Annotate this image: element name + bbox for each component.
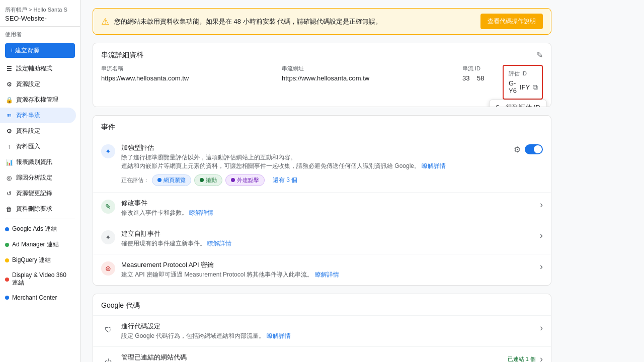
custom-events-item[interactable]: ✦ 建立自訂事件 確使用現有的事件建立新事件。 瞭解詳情 › bbox=[93, 223, 551, 254]
modify-learn-more-link[interactable]: 瞭解詳情 bbox=[189, 209, 213, 216]
chip-dot-green bbox=[200, 178, 204, 182]
warning-icon: ⚠ bbox=[101, 16, 109, 27]
sidebar-item-label: 資源存取權管理 bbox=[16, 96, 58, 104]
sidebar-item-label: 資源變更記錄 bbox=[16, 189, 52, 198]
stream-details-grid: 串流名稱 https://www.hellosanta.com.tw 串流網址 … bbox=[93, 65, 551, 107]
stream-url-value: https://www.hellosanta.com.tw bbox=[282, 74, 452, 82]
sidebar-item-data-stream[interactable]: ≋ 資料串流 bbox=[0, 108, 76, 123]
modify-events-item[interactable]: ✎ 修改事件 修改進入事件卡和參數。 瞭解詳情 › bbox=[93, 192, 551, 223]
tag-label: 正在評估： bbox=[121, 176, 149, 184]
sidebar-divider bbox=[5, 219, 75, 219]
custom-events-icon: ✦ bbox=[101, 230, 115, 244]
sidebar-item-merchant-center[interactable]: Merchant Center bbox=[0, 291, 76, 305]
chip-page-view[interactable]: 網頁瀏覽 bbox=[152, 174, 191, 186]
sidebar-item-label: 設定輔助程式 bbox=[16, 64, 52, 73]
manage-tag-title: 管理已連結的網站代碼 bbox=[121, 353, 502, 362]
sidebar-item-bigquery[interactable]: BigQuery 連結 bbox=[0, 252, 76, 268]
upload-icon: ↑ bbox=[5, 143, 13, 151]
manage-tag-action: 已連結 1 個 › bbox=[508, 354, 543, 362]
edit-icon[interactable]: ✎ bbox=[536, 50, 543, 60]
lock-icon: 🔒 bbox=[5, 96, 13, 104]
sidebar-item-access[interactable]: 🔒 資源存取權管理 bbox=[0, 92, 76, 108]
stream-name-value: https://www.hellosanta.com.tw bbox=[101, 74, 272, 82]
sidebar-item-label: 資料串流 bbox=[16, 111, 40, 120]
delete-icon: 🗑 bbox=[5, 205, 13, 213]
sidebar-item-google-ads[interactable]: Google Ads 連結 bbox=[0, 221, 76, 237]
measurement-id-tooltip: 6、得到評估 ID bbox=[489, 100, 547, 107]
measurement-protocol-icon: ⊛ bbox=[101, 261, 115, 276]
chip-outbound[interactable]: 外連點擊 bbox=[225, 174, 265, 186]
sidebar-item-label: Ad Manager 連結 bbox=[12, 240, 59, 249]
breadcrumb: 所有帳戶 > Hello Santa S bbox=[5, 6, 75, 14]
dot-red-icon bbox=[5, 278, 9, 282]
measurement-id-value: G-Y6 IFY ⧉ bbox=[509, 79, 537, 95]
chevron-right-icon3: › bbox=[540, 261, 543, 272]
chip-more[interactable]: 還有 3 個 bbox=[268, 174, 302, 186]
measurement-protocol-item[interactable]: ⊛ Measurement Protocol API 密鑰 建立 API 密鑰即… bbox=[93, 254, 551, 285]
view-code-instructions-button[interactable]: 查看代碼操作說明 bbox=[480, 14, 543, 29]
custom-learn-more-link[interactable]: 瞭解詳情 bbox=[207, 240, 231, 247]
enhanced-measurement-toggle[interactable] bbox=[525, 144, 543, 154]
sidebar-item-delete-request[interactable]: 🗑 資料刪除要求 bbox=[0, 201, 76, 217]
sidebar-item-label: 資料匯入 bbox=[16, 142, 40, 151]
modify-events-icon: ✎ bbox=[101, 200, 115, 214]
sidebar-item-label: 歸因分析設定 bbox=[16, 173, 52, 182]
sidebar-item-report-id[interactable]: 📊 報表識別資訊 bbox=[0, 154, 76, 170]
setup-tag-learn-more[interactable]: 瞭解詳情 bbox=[267, 332, 291, 339]
dot-green-icon bbox=[5, 243, 9, 247]
setup-tag-title: 進行代碼設定 bbox=[121, 322, 534, 331]
sidebar-item-label: Merchant Center bbox=[12, 294, 57, 301]
dot-yellow-icon bbox=[5, 258, 9, 262]
copy-icon[interactable]: ⧉ bbox=[533, 83, 538, 92]
sidebar-item-data-import[interactable]: ↑ 資料匯入 bbox=[0, 139, 76, 154]
stream-id-label: 串流 ID bbox=[462, 65, 493, 72]
user-section-label: 使用者 bbox=[0, 27, 80, 40]
enhanced-measurement-item[interactable]: ✦ 加強型評估 除了進行標準瀏覽量評估以外，這項動評估網站上的互動和內容。 連結… bbox=[93, 137, 551, 192]
stream-name-label: 串流名稱 bbox=[101, 65, 272, 72]
sidebar-item-setup[interactable]: ☰ 設定輔助程式 bbox=[0, 61, 76, 76]
stream-details-card: 串流詳細資料 ✎ 串流名稱 https://www.hellosanta.com… bbox=[93, 43, 551, 107]
setup-tag-icon: 🛡 bbox=[101, 323, 115, 337]
custom-events-desc: 確使用現有的事件建立新事件。 瞭解詳情 bbox=[121, 239, 534, 248]
chip-dot-purple bbox=[231, 178, 235, 182]
setup-tag-content: 進行代碼設定 設定 Google 代碼行為，包括跨網域連結和內部流量。 瞭解詳情 bbox=[121, 322, 534, 340]
settings-gear-icon[interactable]: ⚙ bbox=[514, 145, 521, 154]
sidebar-item-label: 資料刪除要求 bbox=[16, 205, 52, 213]
sidebar-item-display-video[interactable]: Display & Video 360 連結 bbox=[0, 268, 76, 291]
custom-events-action: › bbox=[540, 230, 543, 241]
enhanced-measurement-desc: 除了進行標準瀏覽量評估以外，這項動評估網站上的互動和內容。 連結和內嵌影片等網頁… bbox=[121, 153, 508, 170]
sidebar-item-region-settings[interactable]: ◎ 歸因分析設定 bbox=[0, 170, 76, 186]
tag-chips: 正在評估： 網頁瀏覽 捲動 外連點擊 還有 3 bbox=[121, 174, 508, 186]
chip-dot-blue bbox=[157, 178, 162, 182]
settings-icon: ⚙ bbox=[5, 80, 13, 88]
sidebar-item-label: 報表識別資訊 bbox=[16, 158, 52, 166]
enhanced-measurement-content: 加強型評估 除了進行標準瀏覽量評估以外，這項動評估網站上的互動和內容。 連結和內… bbox=[121, 143, 508, 186]
measurement-protocol-desc: 建立 API 密鑰即可通過 Measurement Protocol 將其他事件… bbox=[121, 270, 534, 279]
enhanced-measurement-icon: ✦ bbox=[101, 144, 115, 158]
chip-scroll[interactable]: 捲動 bbox=[194, 174, 222, 186]
sidebar-item-label: BigQuery 連結 bbox=[12, 256, 51, 264]
setup-tag-item[interactable]: 🛡 進行代碼設定 設定 Google 代碼行為，包括跨網域連結和內部流量。 瞭解… bbox=[93, 315, 551, 346]
modify-events-action: › bbox=[540, 200, 543, 210]
stream-details-header: 串流詳細資料 ✎ bbox=[93, 43, 551, 65]
sidebar-item-ad-manager[interactable]: Ad Manager 連結 bbox=[0, 237, 76, 252]
measurement-id-label: 評估 ID bbox=[509, 70, 537, 77]
sidebar-item-change-log[interactable]: ↺ 資源變更記錄 bbox=[0, 186, 76, 201]
sidebar: 所有帳戶 > Hello Santa S SEO-Website- 使用者 + … bbox=[0, 0, 80, 362]
create-resource-button[interactable]: + 建立資源 bbox=[5, 43, 75, 58]
stream-details-title: 串流詳細資料 bbox=[101, 51, 143, 60]
history-icon: ↺ bbox=[5, 190, 13, 198]
setup-tag-action: › bbox=[540, 323, 543, 333]
google-code-card: Google 代碼 🛡 進行代碼設定 設定 Google 代碼行為，包括跨網域連… bbox=[93, 294, 551, 362]
manage-tag-item[interactable]: ‹/› 管理已連結的網站代碼 通過這個串流的網頁買內 Google 代碼，載入其… bbox=[93, 346, 551, 362]
sidebar-item-data-settings[interactable]: ⚙ 資料設定 bbox=[0, 123, 76, 139]
sidebar-header: 所有帳戶 > Hello Santa S SEO-Website- bbox=[0, 0, 80, 27]
app-name: SEO-Website- bbox=[5, 15, 75, 22]
sidebar-item-settings[interactable]: ⚙ 資源設定 bbox=[0, 76, 76, 92]
setup-tag-desc: 設定 Google 代碼行為，包括跨網域連結和內部流量。 瞭解詳情 bbox=[121, 332, 534, 340]
dot-blue2-icon bbox=[5, 296, 9, 300]
enhanced-learn-more-link[interactable]: 瞭解詳情 bbox=[422, 162, 446, 169]
protocol-learn-more-link[interactable]: 瞭解詳情 bbox=[315, 271, 339, 278]
connected-badge: 已連結 1 個 bbox=[508, 355, 536, 362]
attribution-icon: ◎ bbox=[5, 174, 13, 182]
